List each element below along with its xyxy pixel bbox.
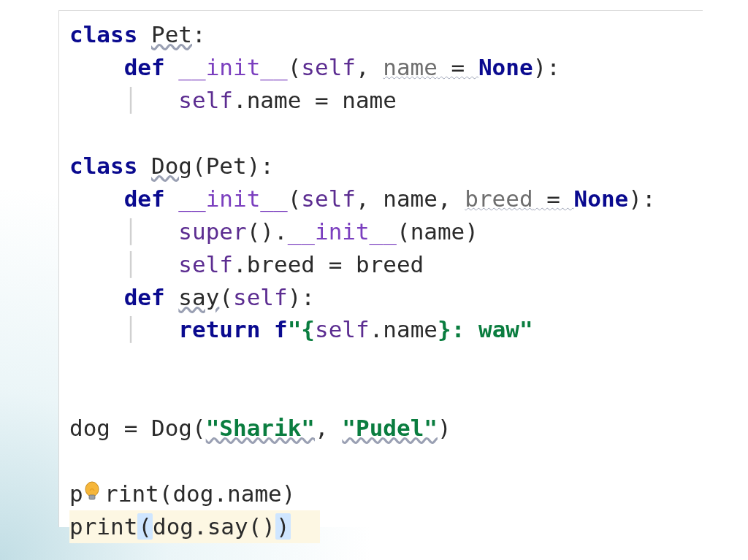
slide-background: class Pet: def __init__(self, name = Non… <box>0 0 748 560</box>
param-self: self <box>301 54 356 80</box>
class-name-pet: Pet <box>151 21 192 47</box>
fstring-prefix: f <box>274 316 288 342</box>
param-breed: breed <box>465 185 533 212</box>
code-line-15: print(dog.name) <box>69 480 295 507</box>
param-self: self <box>301 185 356 212</box>
param-name: name <box>383 54 438 80</box>
indent-guide: │ <box>124 218 179 245</box>
param-self: self <box>233 284 288 310</box>
string-sharik: "Sharik" <box>206 415 315 441</box>
class-dog-call: Dog <box>151 415 192 441</box>
code-line-16-highlighted: print(dog.say()) <box>69 510 320 543</box>
code-line-2: def __init__(self, name = None): <box>69 54 560 80</box>
self-ref: self <box>178 87 233 113</box>
self-ref: self <box>315 316 370 342</box>
punct-colon: : <box>192 21 206 47</box>
self-ref: self <box>178 251 233 277</box>
string-pudel: "Pudel" <box>342 415 438 441</box>
code-line-13: dog = Dog("Sharik", "Pudel") <box>69 415 451 441</box>
indent-guide: │ <box>124 251 179 277</box>
svg-rect-1 <box>89 495 95 499</box>
kw-def: def <box>124 284 165 310</box>
var-dog: dog <box>69 415 110 441</box>
code-editor-pane: class Pet: def __init__(self, name = Non… <box>58 10 703 527</box>
method-say: say <box>178 284 219 310</box>
kw-def: def <box>124 185 165 212</box>
kw-def: def <box>124 54 165 80</box>
code-line-6: def __init__(self, name, breed = None): <box>69 185 656 212</box>
dunder-init: __init__ <box>178 185 287 212</box>
caret-selection: ) <box>275 513 291 540</box>
kw-none: None <box>478 54 533 80</box>
code-line-1: class Pet: <box>69 21 206 47</box>
fstring-tail: : waw <box>451 316 519 342</box>
lightbulb-icon[interactable] <box>83 482 104 505</box>
kw-return: return <box>178 316 260 342</box>
code-block: class Pet: def __init__(self, name = Non… <box>69 18 692 543</box>
kw-class: class <box>69 153 137 179</box>
indent-guide: │ <box>124 87 179 113</box>
indent-guide: │ <box>124 316 179 342</box>
dunder-init: __init__ <box>178 54 287 80</box>
builtin-super: super <box>178 218 246 245</box>
class-name-dog: Dog <box>151 153 192 179</box>
code-line-5: class Dog(Pet): <box>69 153 274 179</box>
builtin-print: print <box>69 513 137 540</box>
caret-selection: ( <box>137 513 153 540</box>
dunder-init: __init__ <box>288 218 397 245</box>
code-line-9: def say(self): <box>69 284 315 310</box>
code-line-7: │ super().__init__(name) <box>69 218 478 245</box>
code-line-10: │ return f"{self.name}: waw" <box>69 316 533 342</box>
code-line-8: │ self.breed = breed <box>69 251 424 277</box>
kw-class: class <box>69 21 137 47</box>
kw-none: None <box>574 185 629 212</box>
code-line-3: │ self.name = name <box>69 87 397 113</box>
